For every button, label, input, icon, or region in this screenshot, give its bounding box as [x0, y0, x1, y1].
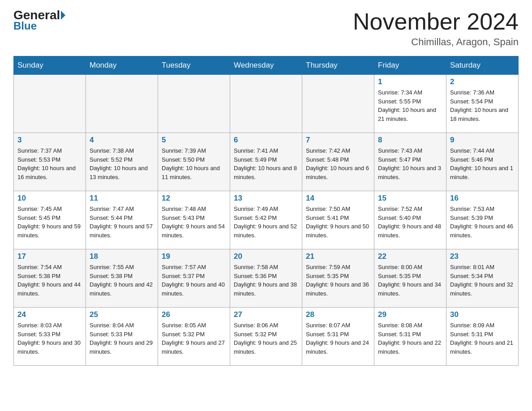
calendar-cell: 24Sunrise: 8:03 AMSunset: 5:33 PMDayligh… — [14, 308, 86, 366]
header-friday: Friday — [374, 56, 446, 75]
day-info: Sunrise: 7:43 AMSunset: 5:47 PMDaylight:… — [378, 146, 442, 181]
day-info: Sunrise: 7:42 AMSunset: 5:48 PMDaylight:… — [306, 146, 370, 181]
day-number: 15 — [378, 194, 442, 203]
calendar-cell — [230, 75, 302, 133]
day-info: Sunrise: 7:55 AMSunset: 5:38 PMDaylight:… — [90, 263, 154, 298]
day-info: Sunrise: 8:08 AMSunset: 5:31 PMDaylight:… — [378, 321, 442, 356]
calendar-cell — [86, 75, 158, 133]
calendar-week-5: 24Sunrise: 8:03 AMSunset: 5:33 PMDayligh… — [14, 308, 519, 366]
day-number: 24 — [17, 310, 82, 319]
day-info: Sunrise: 7:48 AMSunset: 5:43 PMDaylight:… — [162, 205, 226, 240]
day-number: 20 — [234, 252, 298, 261]
calendar-week-3: 10Sunrise: 7:45 AMSunset: 5:45 PMDayligh… — [14, 191, 519, 249]
day-number: 18 — [90, 252, 154, 261]
calendar-cell: 23Sunrise: 8:01 AMSunset: 5:34 PMDayligh… — [446, 249, 519, 308]
page-header: General Blue November 2024 Chimillas, Ar… — [13, 9, 519, 48]
calendar-cell: 3Sunrise: 7:37 AMSunset: 5:53 PMDaylight… — [14, 133, 86, 191]
calendar-cell — [158, 75, 230, 133]
day-info: Sunrise: 7:39 AMSunset: 5:50 PMDaylight:… — [162, 146, 226, 181]
day-info: Sunrise: 7:59 AMSunset: 5:35 PMDaylight:… — [306, 263, 370, 298]
header-thursday: Thursday — [302, 56, 374, 75]
day-info: Sunrise: 7:36 AMSunset: 5:54 PMDaylight:… — [450, 88, 515, 123]
calendar-cell: 30Sunrise: 8:09 AMSunset: 5:31 PMDayligh… — [446, 308, 519, 366]
header-tuesday: Tuesday — [158, 56, 230, 75]
calendar-title: November 2024 — [353, 9, 519, 34]
day-info: Sunrise: 7:50 AMSunset: 5:41 PMDaylight:… — [306, 205, 370, 240]
day-info: Sunrise: 7:54 AMSunset: 5:38 PMDaylight:… — [17, 263, 82, 298]
calendar-week-2: 3Sunrise: 7:37 AMSunset: 5:53 PMDaylight… — [14, 133, 519, 191]
day-number: 29 — [378, 310, 442, 319]
day-info: Sunrise: 7:45 AMSunset: 5:45 PMDaylight:… — [17, 205, 82, 240]
calendar-cell: 6Sunrise: 7:41 AMSunset: 5:49 PMDaylight… — [230, 133, 302, 191]
day-info: Sunrise: 7:57 AMSunset: 5:37 PMDaylight:… — [162, 263, 226, 298]
calendar-cell: 21Sunrise: 7:59 AMSunset: 5:35 PMDayligh… — [302, 249, 374, 308]
logo-triangle-icon — [61, 11, 65, 20]
day-number: 12 — [162, 194, 226, 203]
day-info: Sunrise: 8:01 AMSunset: 5:34 PMDaylight:… — [450, 263, 515, 298]
day-number: 4 — [90, 136, 154, 145]
day-number: 17 — [17, 252, 82, 261]
logo: General Blue — [13, 9, 65, 32]
day-number: 3 — [17, 136, 82, 145]
calendar-subtitle: Chimillas, Aragon, Spain — [353, 36, 519, 48]
calendar-cell: 28Sunrise: 8:07 AMSunset: 5:31 PMDayligh… — [302, 308, 374, 366]
calendar-cell: 8Sunrise: 7:43 AMSunset: 5:47 PMDaylight… — [374, 133, 446, 191]
calendar-cell: 20Sunrise: 7:58 AMSunset: 5:36 PMDayligh… — [230, 249, 302, 308]
day-info: Sunrise: 7:53 AMSunset: 5:39 PMDaylight:… — [450, 205, 515, 240]
day-number: 9 — [450, 136, 515, 145]
day-info: Sunrise: 7:44 AMSunset: 5:46 PMDaylight:… — [450, 146, 515, 181]
calendar-cell: 9Sunrise: 7:44 AMSunset: 5:46 PMDaylight… — [446, 133, 519, 191]
calendar-week-1: 1Sunrise: 7:34 AMSunset: 5:55 PMDaylight… — [14, 75, 519, 133]
day-number: 2 — [450, 77, 515, 86]
calendar-cell: 25Sunrise: 8:04 AMSunset: 5:33 PMDayligh… — [86, 308, 158, 366]
calendar-cell: 16Sunrise: 7:53 AMSunset: 5:39 PMDayligh… — [446, 191, 519, 249]
day-number: 25 — [90, 310, 154, 319]
title-area: November 2024 Chimillas, Aragon, Spain — [353, 9, 519, 48]
calendar-cell: 10Sunrise: 7:45 AMSunset: 5:45 PMDayligh… — [14, 191, 86, 249]
day-number: 11 — [90, 194, 154, 203]
header-sunday: Sunday — [14, 56, 86, 75]
calendar-cell: 1Sunrise: 7:34 AMSunset: 5:55 PMDaylight… — [374, 75, 446, 133]
day-info: Sunrise: 8:09 AMSunset: 5:31 PMDaylight:… — [450, 321, 515, 356]
day-info: Sunrise: 8:06 AMSunset: 5:32 PMDaylight:… — [234, 321, 298, 356]
day-number: 28 — [306, 310, 370, 319]
calendar-cell: 17Sunrise: 7:54 AMSunset: 5:38 PMDayligh… — [14, 249, 86, 308]
day-info: Sunrise: 8:05 AMSunset: 5:32 PMDaylight:… — [162, 321, 226, 356]
day-info: Sunrise: 8:00 AMSunset: 5:35 PMDaylight:… — [378, 263, 442, 298]
day-number: 30 — [450, 310, 515, 319]
day-number: 13 — [234, 194, 298, 203]
day-info: Sunrise: 7:37 AMSunset: 5:53 PMDaylight:… — [17, 146, 82, 181]
calendar-cell — [302, 75, 374, 133]
calendar-cell: 4Sunrise: 7:38 AMSunset: 5:52 PMDaylight… — [86, 133, 158, 191]
day-info: Sunrise: 7:47 AMSunset: 5:44 PMDaylight:… — [90, 205, 154, 240]
day-info: Sunrise: 7:52 AMSunset: 5:40 PMDaylight:… — [378, 205, 442, 240]
day-info: Sunrise: 7:41 AMSunset: 5:49 PMDaylight:… — [234, 146, 298, 181]
calendar-week-4: 17Sunrise: 7:54 AMSunset: 5:38 PMDayligh… — [14, 249, 519, 308]
day-info: Sunrise: 8:04 AMSunset: 5:33 PMDaylight:… — [90, 321, 154, 356]
day-number: 5 — [162, 136, 226, 145]
day-number: 8 — [378, 136, 442, 145]
day-number: 22 — [378, 252, 442, 261]
day-number: 10 — [17, 194, 82, 203]
calendar-cell: 18Sunrise: 7:55 AMSunset: 5:38 PMDayligh… — [86, 249, 158, 308]
day-number: 6 — [234, 136, 298, 145]
calendar-cell: 15Sunrise: 7:52 AMSunset: 5:40 PMDayligh… — [374, 191, 446, 249]
header-saturday: Saturday — [446, 56, 519, 75]
calendar-cell: 12Sunrise: 7:48 AMSunset: 5:43 PMDayligh… — [158, 191, 230, 249]
calendar-cell: 29Sunrise: 8:08 AMSunset: 5:31 PMDayligh… — [374, 308, 446, 366]
day-info: Sunrise: 7:38 AMSunset: 5:52 PMDaylight:… — [90, 146, 154, 181]
day-number: 21 — [306, 252, 370, 261]
day-info: Sunrise: 8:07 AMSunset: 5:31 PMDaylight:… — [306, 321, 370, 356]
day-info: Sunrise: 7:34 AMSunset: 5:55 PMDaylight:… — [378, 88, 442, 123]
day-info: Sunrise: 8:03 AMSunset: 5:33 PMDaylight:… — [17, 321, 82, 356]
day-number: 27 — [234, 310, 298, 319]
calendar-cell — [14, 75, 86, 133]
calendar-cell: 13Sunrise: 7:49 AMSunset: 5:42 PMDayligh… — [230, 191, 302, 249]
header-monday: Monday — [86, 56, 158, 75]
day-number: 7 — [306, 136, 370, 145]
day-number: 16 — [450, 194, 515, 203]
calendar-cell: 14Sunrise: 7:50 AMSunset: 5:41 PMDayligh… — [302, 191, 374, 249]
header-wednesday: Wednesday — [230, 56, 302, 75]
calendar-cell: 19Sunrise: 7:57 AMSunset: 5:37 PMDayligh… — [158, 249, 230, 308]
calendar-cell: 2Sunrise: 7:36 AMSunset: 5:54 PMDaylight… — [446, 75, 519, 133]
